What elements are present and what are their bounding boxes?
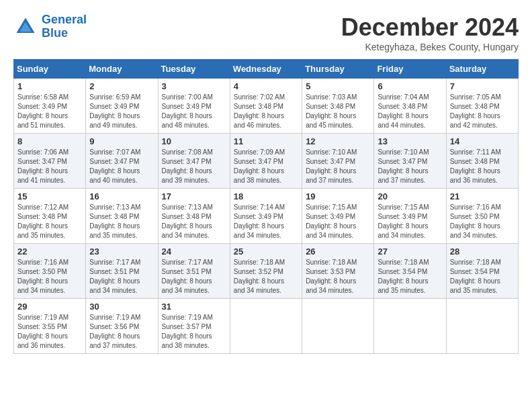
logo-text: General Blue (42, 13, 87, 40)
day-info: Sunrise: 7:04 AM Sunset: 3:48 PM Dayligh… (378, 93, 442, 130)
day-number: 13 (378, 136, 442, 146)
calendar-cell: 2 Sunrise: 6:59 AM Sunset: 3:49 PM Dayli… (86, 79, 158, 134)
calendar-cell: 26 Sunrise: 7:18 AM Sunset: 3:53 PM Dayl… (302, 244, 374, 299)
calendar-week-row: 22 Sunrise: 7:16 AM Sunset: 3:50 PM Dayl… (14, 244, 519, 299)
day-number: 18 (234, 191, 298, 201)
calendar-week-row: 8 Sunrise: 7:06 AM Sunset: 3:47 PM Dayli… (14, 134, 519, 189)
day-info: Sunrise: 7:12 AM Sunset: 3:48 PM Dayligh… (17, 203, 82, 240)
calendar-cell: 9 Sunrise: 7:07 AM Sunset: 3:47 PM Dayli… (86, 134, 158, 189)
day-header-saturday: Saturday (446, 60, 518, 79)
calendar-week-row: 15 Sunrise: 7:12 AM Sunset: 3:48 PM Dayl… (14, 189, 519, 244)
calendar-cell: 21 Sunrise: 7:16 AM Sunset: 3:50 PM Dayl… (446, 189, 518, 244)
day-info: Sunrise: 7:15 AM Sunset: 3:49 PM Dayligh… (378, 203, 442, 240)
day-number: 6 (378, 81, 442, 91)
logo-line2: Blue (42, 27, 87, 40)
day-number: 19 (306, 191, 370, 201)
day-info: Sunrise: 7:15 AM Sunset: 3:49 PM Dayligh… (306, 203, 370, 240)
day-info: Sunrise: 7:14 AM Sunset: 3:49 PM Dayligh… (234, 203, 298, 240)
day-info: Sunrise: 7:18 AM Sunset: 3:52 PM Dayligh… (234, 258, 298, 295)
day-header-friday: Friday (374, 60, 446, 79)
calendar-cell: 12 Sunrise: 7:10 AM Sunset: 3:47 PM Dayl… (302, 134, 374, 189)
day-info: Sunrise: 7:11 AM Sunset: 3:48 PM Dayligh… (450, 148, 515, 185)
day-info: Sunrise: 7:00 AM Sunset: 3:49 PM Dayligh… (162, 93, 226, 130)
calendar-week-row: 29 Sunrise: 7:19 AM Sunset: 3:55 PM Dayl… (14, 299, 519, 354)
calendar-cell: 13 Sunrise: 7:10 AM Sunset: 3:47 PM Dayl… (374, 134, 446, 189)
day-info: Sunrise: 7:02 AM Sunset: 3:48 PM Dayligh… (234, 93, 298, 130)
logo: General Blue (13, 13, 87, 40)
day-info: Sunrise: 6:58 AM Sunset: 3:49 PM Dayligh… (17, 93, 82, 130)
day-info: Sunrise: 7:07 AM Sunset: 3:47 PM Dayligh… (89, 148, 154, 185)
day-info: Sunrise: 7:17 AM Sunset: 3:51 PM Dayligh… (89, 258, 154, 295)
day-number: 12 (306, 136, 370, 146)
day-number: 24 (162, 246, 226, 257)
day-info: Sunrise: 7:10 AM Sunset: 3:47 PM Dayligh… (306, 148, 370, 185)
day-info: Sunrise: 7:03 AM Sunset: 3:48 PM Dayligh… (306, 93, 370, 130)
day-info: Sunrise: 7:16 AM Sunset: 3:50 PM Dayligh… (450, 203, 515, 240)
day-number: 15 (17, 191, 82, 201)
day-number: 9 (89, 136, 154, 146)
calendar-cell: 10 Sunrise: 7:08 AM Sunset: 3:47 PM Dayl… (158, 134, 230, 189)
calendar-cell: 7 Sunrise: 7:05 AM Sunset: 3:48 PM Dayli… (446, 79, 518, 134)
day-header-thursday: Thursday (302, 60, 374, 79)
day-number: 1 (17, 81, 82, 91)
day-info: Sunrise: 6:59 AM Sunset: 3:49 PM Dayligh… (89, 93, 154, 130)
calendar-cell: 28 Sunrise: 7:18 AM Sunset: 3:54 PM Dayl… (446, 244, 518, 299)
calendar-cell: 8 Sunrise: 7:06 AM Sunset: 3:47 PM Dayli… (14, 134, 86, 189)
title-block: December 2024 Ketegyhaza, Bekes County, … (341, 13, 519, 52)
day-info: Sunrise: 7:13 AM Sunset: 3:48 PM Dayligh… (89, 203, 154, 240)
day-header-wednesday: Wednesday (230, 60, 302, 79)
calendar-cell: 19 Sunrise: 7:15 AM Sunset: 3:49 PM Dayl… (302, 189, 374, 244)
calendar-table: SundayMondayTuesdayWednesdayThursdayFrid… (13, 59, 519, 354)
day-number: 31 (162, 302, 226, 312)
day-number: 21 (450, 191, 515, 201)
calendar-cell: 22 Sunrise: 7:16 AM Sunset: 3:50 PM Dayl… (14, 244, 86, 299)
day-info: Sunrise: 7:18 AM Sunset: 3:54 PM Dayligh… (378, 258, 442, 295)
day-number: 17 (162, 191, 226, 201)
logo-line1: General (42, 13, 87, 26)
calendar-cell: 14 Sunrise: 7:11 AM Sunset: 3:48 PM Dayl… (446, 134, 518, 189)
day-number: 2 (89, 81, 154, 91)
day-number: 4 (234, 81, 298, 91)
month-title: December 2024 (341, 13, 519, 42)
calendar-cell: 4 Sunrise: 7:02 AM Sunset: 3:48 PM Dayli… (230, 79, 302, 134)
calendar-cell: 17 Sunrise: 7:13 AM Sunset: 3:48 PM Dayl… (158, 189, 230, 244)
day-info: Sunrise: 7:19 AM Sunset: 3:55 PM Dayligh… (17, 313, 82, 351)
day-number: 22 (17, 246, 82, 257)
calendar-cell: 15 Sunrise: 7:12 AM Sunset: 3:48 PM Dayl… (14, 189, 86, 244)
day-number: 11 (234, 136, 298, 146)
calendar-cell (374, 299, 446, 354)
day-number: 8 (17, 136, 82, 146)
day-number: 14 (450, 136, 515, 146)
calendar-cell (230, 299, 302, 354)
day-number: 20 (378, 191, 442, 201)
calendar-cell: 31 Sunrise: 7:19 AM Sunset: 3:57 PM Dayl… (158, 299, 230, 354)
calendar-cell: 20 Sunrise: 7:15 AM Sunset: 3:49 PM Dayl… (374, 189, 446, 244)
calendar-cell: 18 Sunrise: 7:14 AM Sunset: 3:49 PM Dayl… (230, 189, 302, 244)
day-number: 23 (89, 246, 154, 257)
day-info: Sunrise: 7:05 AM Sunset: 3:48 PM Dayligh… (450, 93, 515, 130)
calendar-cell: 27 Sunrise: 7:18 AM Sunset: 3:54 PM Dayl… (374, 244, 446, 299)
page-header: General Blue December 2024 Ketegyhaza, B… (13, 13, 519, 52)
day-info: Sunrise: 7:10 AM Sunset: 3:47 PM Dayligh… (378, 148, 442, 185)
calendar-cell: 23 Sunrise: 7:17 AM Sunset: 3:51 PM Dayl… (86, 244, 158, 299)
calendar-cell: 16 Sunrise: 7:13 AM Sunset: 3:48 PM Dayl… (86, 189, 158, 244)
day-info: Sunrise: 7:18 AM Sunset: 3:53 PM Dayligh… (306, 258, 370, 295)
day-info: Sunrise: 7:18 AM Sunset: 3:54 PM Dayligh… (450, 258, 515, 295)
calendar-cell: 11 Sunrise: 7:09 AM Sunset: 3:47 PM Dayl… (230, 134, 302, 189)
calendar-header-row: SundayMondayTuesdayWednesdayThursdayFrid… (14, 60, 519, 79)
day-number: 3 (162, 81, 226, 91)
calendar-cell: 5 Sunrise: 7:03 AM Sunset: 3:48 PM Dayli… (302, 79, 374, 134)
logo-icon (13, 15, 38, 39)
calendar-cell: 6 Sunrise: 7:04 AM Sunset: 3:48 PM Dayli… (374, 79, 446, 134)
day-info: Sunrise: 7:08 AM Sunset: 3:47 PM Dayligh… (162, 148, 226, 185)
day-info: Sunrise: 7:13 AM Sunset: 3:48 PM Dayligh… (162, 203, 226, 240)
day-number: 10 (162, 136, 226, 146)
day-number: 5 (306, 81, 370, 91)
calendar-cell: 30 Sunrise: 7:19 AM Sunset: 3:56 PM Dayl… (86, 299, 158, 354)
calendar-cell: 3 Sunrise: 7:00 AM Sunset: 3:49 PM Dayli… (158, 79, 230, 134)
calendar-cell (302, 299, 374, 354)
day-number: 27 (378, 246, 442, 257)
day-info: Sunrise: 7:09 AM Sunset: 3:47 PM Dayligh… (234, 148, 298, 185)
day-number: 29 (17, 302, 82, 312)
day-header-sunday: Sunday (14, 60, 86, 79)
